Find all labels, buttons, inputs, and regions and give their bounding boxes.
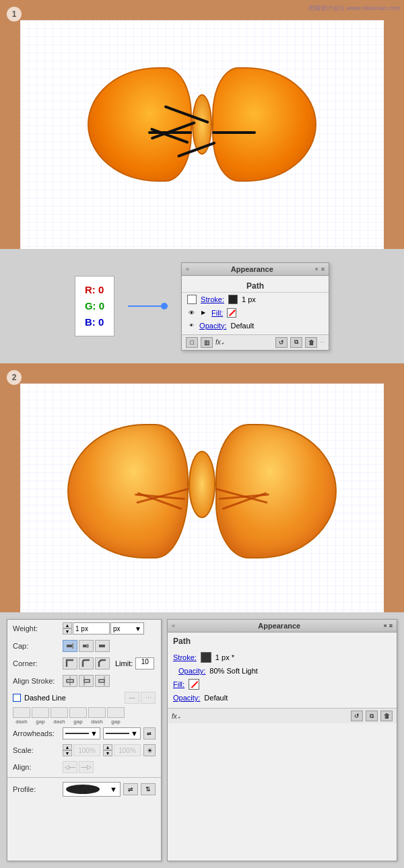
weight-input[interactable]: 1 px (73, 622, 110, 635)
scale-input-1: ▲ ▼ 100% (63, 744, 100, 756)
footer-refresh-btn[interactable]: ↺ (275, 337, 288, 348)
profile-flip-h[interactable]: ⇌ (123, 783, 138, 795)
section2-canvas: 2 (0, 363, 404, 612)
dash2-input[interactable] (50, 707, 68, 718)
gap3-input[interactable] (107, 707, 125, 718)
step-badge-2: 2 (7, 370, 22, 385)
dashed-checkbox[interactable] (13, 694, 21, 702)
svg-rect-7 (84, 680, 90, 682)
ap2-opacity2-value: Default (204, 694, 228, 702)
rgb-g: G: 0 (85, 298, 104, 314)
appearance-panel-2: « Appearance × ≡ Path Stroke: 1 px * Opa… (167, 619, 397, 861)
corner-btn-miter[interactable] (63, 657, 77, 670)
panel-opacity-row: 👁 Opacity: Default (182, 320, 329, 332)
arrowheads-row: Arrowheads: ▼ ▼ ⇄ (7, 725, 161, 742)
arrowhead-swap-btn[interactable]: ⇄ (143, 727, 156, 739)
ap2-menu-icon[interactable]: ≡ (389, 622, 393, 629)
weight-up[interactable]: ▲ (63, 622, 72, 628)
dash1-input[interactable] (13, 707, 30, 718)
ap2-copy-btn[interactable]: ⧉ (366, 711, 378, 721)
dash-opt-1[interactable]: — (125, 692, 139, 704)
corner-btn-bevel[interactable] (95, 657, 110, 670)
fx-label[interactable]: fx₊ (215, 338, 224, 346)
dash3-wrap: dash (88, 707, 106, 725)
rgb-b: B: 0 (85, 314, 104, 330)
dash2-wrap: dash (50, 707, 68, 725)
cap-row: Cap: (7, 637, 161, 655)
stroke-color-swatch[interactable] (228, 295, 238, 304)
fill-swatch[interactable] (227, 308, 236, 318)
gap3-label: gap (111, 719, 120, 725)
rgb-r: R: 0 (85, 282, 104, 298)
appearance-panel-1: « Appearance × ≡ Path Stroke: 1 px 👁 ▶ F… (181, 262, 329, 351)
watermark: 思绪设计论坛 www.missvuan.com (308, 4, 400, 13)
ap2-delete-btn[interactable]: 🗑 (380, 711, 393, 721)
dash3-label: dash (91, 719, 102, 725)
ap2-refresh-btn[interactable]: ↺ (351, 711, 363, 721)
panel-close-icon[interactable]: × (315, 266, 318, 273)
weight-label: Weight: (13, 624, 60, 632)
gap3-wrap: gap (107, 707, 125, 725)
step-badge-1: 1 (7, 7, 22, 22)
scale-sun-btn[interactable]: ☀ (143, 744, 156, 756)
footer-stack-btn[interactable]: ▥ (201, 337, 213, 348)
footer-square-btn[interactable]: □ (186, 337, 198, 348)
arrowhead-start-select[interactable]: ▼ (63, 727, 100, 739)
scale2-spinner[interactable]: ▲ ▼ (103, 744, 112, 756)
ap2-opacity-link[interactable]: Opacity: (178, 667, 205, 675)
scale2-field[interactable]: 100% (114, 744, 141, 756)
ap2-fill-link[interactable]: Fill: (173, 680, 184, 688)
align-buttons (63, 675, 110, 687)
profile-flip-v[interactable]: ⇅ (141, 783, 156, 795)
profile-select[interactable]: ▼ (63, 782, 121, 797)
stroke-swatch (187, 295, 197, 304)
fill-link[interactable]: Fill: (211, 309, 223, 317)
weight-down[interactable]: ▼ (63, 628, 72, 635)
cap-btn-square[interactable] (95, 640, 110, 652)
footer-delete-btn[interactable]: 🗑 (305, 337, 317, 348)
stroke-link[interactable]: Stroke: (201, 295, 224, 303)
align-stroke-row: Align Stroke: (7, 672, 161, 690)
corner-btn-round[interactable] (79, 657, 94, 670)
canvas-area-1 (20, 20, 384, 249)
arrow-line-end (106, 733, 129, 734)
dash1-label: dash (15, 719, 27, 725)
arrow-line (128, 305, 162, 307)
limit-input[interactable]: 10 (135, 657, 154, 670)
align2-right[interactable]: —▷ (79, 761, 94, 773)
ap2-stroke-swatch[interactable] (201, 652, 211, 663)
ap2-stroke-link[interactable]: Stroke: (173, 653, 197, 661)
arrow-connector (128, 303, 168, 310)
profile-label: Profile: (13, 785, 60, 793)
ap2-stroke-row: Stroke: 1 px * (173, 650, 391, 665)
opacity-link[interactable]: Opacity: (199, 322, 226, 330)
scale1-field[interactable]: 100% (73, 744, 100, 756)
cap-btn-round[interactable] (79, 640, 94, 652)
gap2-input[interactable] (69, 707, 87, 718)
dash3-input[interactable] (88, 707, 106, 718)
scale-row: Scale: ▲ ▼ 100% ▲ ▼ 100% ☀ (7, 742, 161, 758)
scale-input-2: ▲ ▼ 100% (103, 744, 141, 756)
cap-btn-butt[interactable] (63, 640, 77, 652)
ap2-opacity2-link[interactable]: Opacity: (173, 694, 200, 702)
weight-select[interactable]: px ▼ (110, 622, 144, 635)
corner-label: Corner: (13, 659, 60, 667)
opacity-value: Default (230, 322, 254, 330)
footer-copy-btn[interactable]: ⧉ (290, 337, 302, 348)
ap2-close-icon[interactable]: × (383, 622, 386, 629)
ap2-fx-label[interactable]: fx₊ (172, 713, 180, 720)
gap1-input[interactable] (32, 707, 49, 718)
weight-spinner[interactable]: ▲ ▼ (63, 622, 72, 635)
align-center[interactable] (63, 675, 77, 687)
align2-left[interactable]: ◁— (63, 761, 77, 773)
dash-opt-2[interactable]: ⋯ (141, 692, 156, 704)
butterfly-illustration-2 (67, 417, 337, 579)
scale1-spinner[interactable]: ▲ ▼ (63, 744, 72, 756)
align-inside[interactable] (79, 675, 94, 687)
align-outside[interactable] (95, 675, 110, 687)
stroke-lines-1 (135, 108, 269, 161)
ap2-fill-swatch[interactable] (189, 679, 199, 690)
panel-menu-icon[interactable]: ≡ (321, 266, 325, 273)
canvas-area-2 (20, 384, 384, 612)
arrowhead-end-select[interactable]: ▼ (103, 727, 141, 739)
